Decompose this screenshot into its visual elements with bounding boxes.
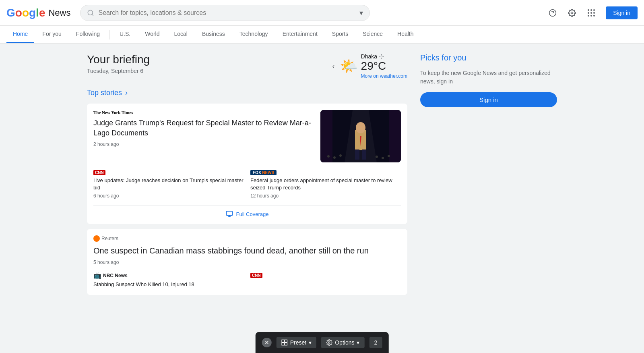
nav-item-sports[interactable]: Sports <box>326 26 355 43</box>
article-card-1: The New York Times Judge Grants Trump's … <box>87 104 407 224</box>
sub-article-1-headline[interactable]: Live updates: Judge reaches decision on … <box>93 177 244 191</box>
svg-point-5 <box>381 56 382 57</box>
top-stories-arrow-icon: › <box>125 89 128 97</box>
article-2-source: Reuters <box>93 235 401 242</box>
sub-article-2-nbc: 📺 NBC News Stabbing Suspect Who Killed 1… <box>93 272 244 288</box>
weather-widget: ‹ 🌤️ Dhaka 29°C More on weather.com <box>331 53 407 79</box>
nav-item-science[interactable]: Science <box>356 26 389 43</box>
article-1-svg <box>320 110 401 162</box>
article-1-headline[interactable]: Judge Grants Trump's Request for Special… <box>93 118 314 138</box>
cnn-logo: CNN <box>93 170 105 175</box>
article-1-time: 2 hours ago <box>93 141 314 147</box>
nav-item-home[interactable]: Home <box>6 26 34 43</box>
search-bar: ▾ <box>80 5 370 21</box>
svg-rect-8 <box>389 110 401 162</box>
weather-icon: 🌤️ <box>340 58 358 75</box>
sub-article-2-nbc-headline[interactable]: Stabbing Suspect Who Killed 10, Injured … <box>93 281 244 288</box>
svg-point-16 <box>333 156 336 159</box>
header: Google News ▾ Sign in <box>0 0 644 26</box>
svg-rect-13 <box>355 150 359 160</box>
nbc-icon: 📺 <box>93 272 101 279</box>
weather-temperature: 29°C <box>361 60 407 73</box>
main-article-1: The New York Times Judge Grants Trump's … <box>93 110 401 162</box>
briefing-date: Tuesday, September 6 <box>87 68 150 74</box>
top-stories-label: Top stories <box>87 89 122 97</box>
nav-item-business[interactable]: Business <box>196 26 231 43</box>
article-1-image-placeholder <box>320 110 401 162</box>
grid-dots-icon <box>588 9 595 17</box>
full-coverage-button[interactable]: Full Coverage <box>93 205 401 218</box>
header-sign-in-button[interactable]: Sign in <box>606 6 638 19</box>
search-input[interactable] <box>98 9 355 17</box>
apps-button[interactable] <box>583 5 599 21</box>
full-coverage-icon <box>226 210 233 218</box>
nav-item-following[interactable]: Following <box>70 26 106 43</box>
sub-article-2-nbc-source: 📺 NBC News <box>93 272 244 279</box>
help-icon <box>549 9 557 17</box>
weather-city: Dhaka <box>361 53 377 60</box>
svg-rect-14 <box>362 150 366 160</box>
svg-rect-21 <box>226 212 232 216</box>
nyt-logo: The New York Times <box>93 110 133 115</box>
sub-article-1-foxnews: ​FOX NEWS Federal judge orders appointme… <box>250 169 401 199</box>
picks-header: Picks for you <box>420 53 557 62</box>
sub-article-foxnews-headline[interactable]: Federal judge orders appointment of spec… <box>250 177 401 191</box>
article-card-2: Reuters One suspect in Canadian mass sta… <box>87 229 407 295</box>
briefing-info: Your briefing Tuesday, September 6 <box>87 53 150 74</box>
article-1-source: The New York Times <box>93 110 314 115</box>
briefing-title: Your briefing <box>87 53 150 66</box>
gear-icon <box>568 9 576 17</box>
sub-article-2-cnn-source: CNN <box>250 272 401 278</box>
help-button[interactable] <box>545 5 561 21</box>
nav-item-world[interactable]: World <box>138 26 166 43</box>
briefing-header: Your briefing Tuesday, September 6 ‹ 🌤️ … <box>87 53 407 79</box>
weather-link[interactable]: More on weather.com <box>361 73 407 79</box>
svg-point-18 <box>376 156 378 158</box>
sub-article-foxnews-time: 12 hours ago <box>250 193 401 199</box>
sidebar-sign-in-button[interactable]: Sign in <box>420 92 557 107</box>
reuters-icon <box>93 235 100 242</box>
cnn-logo-2: CNN <box>250 273 262 278</box>
svg-rect-7 <box>320 110 332 162</box>
search-icon <box>87 9 94 17</box>
header-actions: Sign in <box>545 5 638 21</box>
nav-item-health[interactable]: Health <box>391 26 420 43</box>
full-coverage-label: Full Coverage <box>236 211 269 217</box>
search-dropdown-icon[interactable]: ▾ <box>359 8 363 17</box>
sub-article-foxnews-source: ​FOX NEWS <box>250 169 401 175</box>
article-1-content: The New York Times Judge Grants Trump's … <box>93 110 314 162</box>
location-icon[interactable] <box>379 54 384 59</box>
sub-article-1-source: CNN <box>93 169 244 175</box>
sub-articles-1: CNN Live updates: Judge reaches decision… <box>93 169 401 199</box>
svg-point-0 <box>88 10 93 15</box>
nav-item-local[interactable]: Local <box>168 26 194 43</box>
sub-article-1-time: 6 hours ago <box>93 193 244 199</box>
logo[interactable]: Google News <box>6 6 70 19</box>
weather-prev-button[interactable]: ‹ <box>331 60 336 72</box>
sidebar: Picks for you To keep the new Google New… <box>420 53 557 295</box>
nav: Home For you Following U.S. World Local … <box>0 26 644 44</box>
svg-point-11 <box>356 122 365 133</box>
top-stories-header[interactable]: Top stories › <box>87 89 407 97</box>
svg-point-4 <box>571 12 573 14</box>
weather-info: Dhaka 29°C More on weather.com <box>361 53 407 79</box>
sub-article-1-cnn: CNN Live updates: Judge reaches decision… <box>93 169 244 199</box>
nbc-logo: NBC News <box>103 273 128 278</box>
nav-item-technology[interactable]: Technology <box>233 26 275 43</box>
logo-text: News <box>48 8 70 18</box>
picks-description: To keep the new Google News and get pers… <box>420 69 557 86</box>
article-2-headline[interactable]: One suspect in Canadian mass stabbings f… <box>93 245 401 256</box>
nav-item-foryou[interactable]: For you <box>36 26 68 43</box>
content-area: Your briefing Tuesday, September 6 ‹ 🌤️ … <box>87 53 407 295</box>
article-2-time: 5 hours ago <box>93 260 401 265</box>
nav-divider <box>109 30 110 39</box>
article-1-image <box>320 110 401 162</box>
svg-point-19 <box>382 157 384 159</box>
nav-item-entertainment[interactable]: Entertainment <box>276 26 324 43</box>
svg-line-1 <box>92 14 93 15</box>
settings-button[interactable] <box>564 5 580 21</box>
nav-item-us[interactable]: U.S. <box>113 26 137 43</box>
main-content: Your briefing Tuesday, September 6 ‹ 🌤️ … <box>80 44 564 305</box>
svg-point-20 <box>388 155 390 157</box>
sub-article-2-cnn: CNN <box>250 272 401 288</box>
